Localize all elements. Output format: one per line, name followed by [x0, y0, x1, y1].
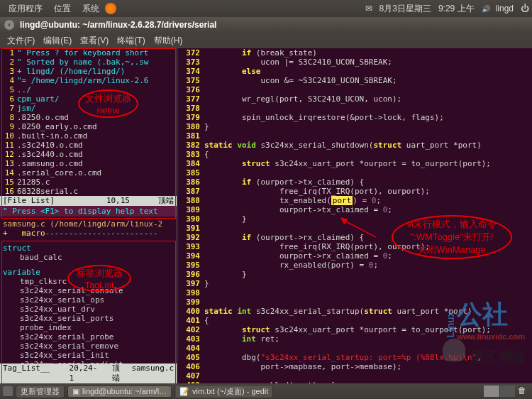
menu-help[interactable]: 帮助(H) — [150, 35, 187, 47]
netrw-row[interactable]: 4"= /home/lingd/arm/linux-2.6 — [0, 76, 177, 85]
netrw-row[interactable]: 5../ — [0, 85, 177, 94]
show-desktop-icon[interactable] — [3, 386, 13, 396]
tag-item[interactable]: s3c24xx_uart_drv — [3, 305, 177, 314]
tag-item[interactable]: s3c24xx_serial_console — [3, 286, 177, 295]
menu-edit[interactable]: 编辑(E) — [39, 35, 76, 47]
tag-item[interactable]: probe_index — [3, 323, 177, 332]
tag-item[interactable]: s3c24xx_serial_probe — [3, 332, 177, 341]
code-line[interactable]: 391 — [179, 224, 532, 233]
code-line[interactable]: 383{ — [179, 150, 532, 159]
code-line[interactable]: 379 spin_unlock_irqrestore(&port->lock, … — [179, 113, 532, 122]
window-titlebar[interactable]: × lingd@ubuntu: ~/arm/linux-2.6.28.7/dri… — [0, 17, 532, 33]
terminal-menubar: 文件(F) 编辑(E) 查看(V) 终端(T) 帮助(H) — [0, 33, 532, 48]
code-line[interactable]: 395 rx_enabled(port) = 0; — [179, 261, 532, 270]
tag-item[interactable]: s3c24xx_serial_ports — [3, 314, 177, 323]
code-line[interactable]: 397} — [179, 279, 532, 288]
netrw-row[interactable]: 7jsm/ — [0, 104, 177, 113]
places-menu[interactable]: 位置 — [48, 3, 77, 15]
window-close-icon[interactable]: × — [4, 20, 14, 30]
sound-icon[interactable] — [480, 4, 490, 13]
taglist-macro-fold[interactable]: + macro------------------------ — [0, 229, 177, 238]
code-line[interactable]: 389 ourport->tx_claimed = 0; — [179, 205, 532, 214]
gnome-bottom-panel: 更新管理器 ▣lingd@ubuntu: ~/arm/l… 📝vim.txt (… — [0, 383, 532, 399]
code-line[interactable]: 405 dbg("s3c24xx_serial_startup: port=%p… — [179, 353, 532, 362]
code-line[interactable]: 399 — [179, 297, 532, 307]
tag-section-header[interactable]: variable — [3, 268, 177, 277]
netrw-row[interactable]: 12.s3c2440.o.cmd — [0, 150, 177, 159]
user-label[interactable]: lingd — [494, 4, 515, 13]
code-line[interactable]: 392 if (ourport->rx_claimed) { — [179, 233, 532, 242]
code-line[interactable]: 372 if (break_state) — [179, 48, 532, 58]
code-line[interactable]: 406 port->mapbase, port->membase); — [179, 362, 532, 371]
code-line[interactable]: 404 — [179, 344, 532, 353]
system-tray: 8月3日星期三 9:29 上午 lingd — [364, 3, 529, 15]
netrw-row[interactable]: 1521285.c — [0, 177, 177, 187]
code-pane[interactable]: 372 if (break_state)373 ucon |= S3C2410_… — [177, 48, 532, 383]
task-update-manager[interactable]: 更新管理器 — [16, 385, 65, 398]
code-line[interactable]: 403 int ret; — [179, 334, 532, 344]
code-line[interactable]: 396 } — [179, 270, 532, 279]
apps-menu[interactable]: 应用程序 — [3, 3, 48, 15]
netrw-row[interactable]: 14.serial_core.o.cmd — [0, 168, 177, 177]
code-line[interactable]: 393 free_irq(RX_IRQ(port), ourport); — [179, 242, 532, 251]
code-line[interactable]: 385 — [179, 168, 532, 177]
code-line[interactable]: 408 rx_enabled(port) = 1; — [179, 381, 532, 383]
menu-terminal[interactable]: 终端(T) — [113, 35, 149, 47]
code-line[interactable]: 378 — [179, 104, 532, 113]
workspace-switcher[interactable] — [484, 386, 515, 397]
netrw-row[interactable]: 1" Press ? for keyboard short — [0, 48, 177, 58]
code-line[interactable]: 407 — [179, 371, 532, 381]
window-title: lingd@ubuntu: ~/arm/linux-2.6.28.7/drive… — [20, 20, 216, 30]
netrw-row[interactable]: 13.samsung.o.cmd — [0, 159, 177, 168]
code-line[interactable]: 401{ — [179, 316, 532, 325]
tag-item[interactable]: baud_calc — [3, 253, 177, 262]
code-line[interactable]: 388 tx_enabled(port) = 0; — [179, 196, 532, 205]
mail-icon[interactable] — [364, 4, 374, 13]
task-terminal[interactable]: ▣lingd@ubuntu: ~/arm/l… — [67, 386, 172, 398]
code-line[interactable]: 394 ourport->rx_claimed = 0; — [179, 251, 532, 261]
netrw-row[interactable]: 8.8250.o.cmd — [0, 113, 177, 122]
code-line[interactable]: 380} — [179, 122, 532, 131]
code-line[interactable]: 381 — [179, 131, 532, 141]
netrw-row[interactable]: 6cpm_uart/ — [0, 94, 177, 104]
system-menu[interactable]: 系统 — [77, 3, 105, 15]
netrw-row[interactable]: 9.8250_early.o.cmd — [0, 122, 177, 131]
netrw-row[interactable]: 10.built-in.o.cmd — [0, 131, 177, 141]
code-line[interactable]: 387 free_irq(TX_IRQ(port), ourport); — [179, 187, 532, 196]
netrw-status-name: [File List] — [3, 196, 106, 206]
date-label[interactable]: 8月3日星期三 — [378, 3, 433, 15]
code-line[interactable]: 377 wr_regl(port, S3C2410_UCON, ucon); — [179, 94, 532, 104]
code-line[interactable]: 400static int s3c24xx_serial_startup(str… — [179, 307, 532, 316]
code-line[interactable]: 384 struct s3c24xx_uart_port *ourport = … — [179, 159, 532, 168]
code-line[interactable]: 386 if (ourport->tx_claimed) { — [179, 177, 532, 187]
code-line[interactable]: 376 — [179, 85, 532, 94]
tag-section-header[interactable]: struct — [3, 244, 177, 253]
time-label[interactable]: 9:29 上午 — [437, 3, 476, 15]
power-icon[interactable] — [519, 4, 529, 13]
task-gedit[interactable]: 📝vim.txt (~/桌面) - gedit — [174, 385, 273, 398]
code-line[interactable]: 374 else — [179, 67, 532, 76]
tag-item[interactable]: s3c24xx_serial_ops — [3, 295, 177, 305]
netrw-row[interactable]: 3+ lingd/ (/home/lingd/) — [0, 67, 177, 76]
taglist-pane[interactable]: structbaud_calc variabletmp_clksrcs3c24x… — [0, 244, 177, 364]
netrw-row[interactable]: 11.s3c2410.o.cmd — [0, 141, 177, 150]
tag-item[interactable]: s3c24xx_serial_remove — [3, 341, 177, 351]
code-line[interactable]: 382static void s3c24xx_serial_shutdown(s… — [179, 141, 532, 150]
trash-icon[interactable] — [518, 386, 529, 397]
netrw-row[interactable]: 1668328serial.c — [0, 187, 177, 196]
tag-item[interactable]: tmp_clksrc — [3, 277, 177, 286]
firefox-icon[interactable] — [105, 3, 116, 14]
netrw-row[interactable]: 2" Sorted by name (.bak,~,.sw — [0, 58, 177, 67]
netrw-status-pct: 顶端 — [158, 196, 174, 206]
taglist-file-title[interactable]: samsung.c (/home/lingd/arm/linux-2 — [0, 219, 177, 229]
code-line[interactable]: 373 ucon |= S3C2410_UCON_SBREAK; — [179, 58, 532, 67]
tag-item[interactable]: s3c24xx_serial_init — [3, 351, 177, 360]
netrw-pane[interactable]: 1" Press ? for keyboard short2" Sorted b… — [0, 48, 177, 196]
code-line[interactable]: 402 struct s3c24xx_uart_port *ourport = … — [179, 325, 532, 334]
tag-item[interactable]: s3c24xx_serial_modinit — [3, 360, 177, 364]
code-line[interactable]: 390 } — [179, 214, 532, 224]
code-line[interactable]: 398 — [179, 288, 532, 297]
code-line[interactable]: 375 ucon &= ~S3C2410_UCON_SBREAK; — [179, 76, 532, 85]
menu-file[interactable]: 文件(F) — [3, 35, 39, 47]
menu-view[interactable]: 查看(V) — [76, 35, 113, 47]
